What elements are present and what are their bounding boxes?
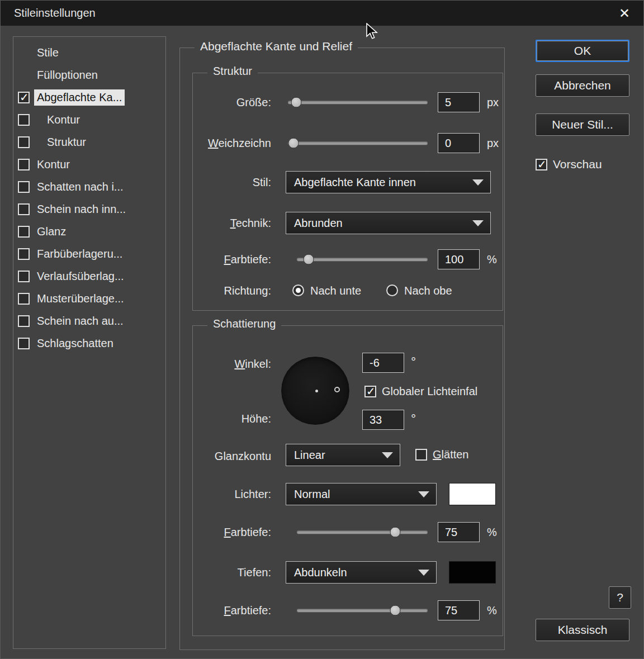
styles-list: Stile Fülloptionen Abgeflachte Ka... Kon… bbox=[13, 36, 166, 649]
schattierung-group: Schattierung Winkel: -6 ° Globaler Licht… bbox=[192, 325, 503, 636]
size-label: Größe: bbox=[193, 92, 271, 112]
ok-button[interactable]: OK bbox=[536, 40, 629, 62]
panel-title: Abgeflachte Kante und Relief bbox=[195, 40, 358, 53]
sidebar-item-label: Stile bbox=[34, 45, 61, 61]
sidebar-item-stile[interactable]: Stile bbox=[18, 41, 162, 64]
size-slider-track bbox=[288, 101, 428, 104]
shadow-opacity-slider-handle[interactable] bbox=[390, 605, 400, 616]
shadow-opacity-slider[interactable] bbox=[297, 600, 428, 620]
sidebar-item-kontur[interactable]: Kontur bbox=[18, 153, 162, 176]
shadow-opacity-unit: % bbox=[487, 600, 497, 620]
help-button[interactable]: ? bbox=[609, 586, 631, 609]
global-light-checkbox[interactable] bbox=[364, 386, 376, 397]
technique-dropdown[interactable]: Abrunden bbox=[286, 212, 491, 234]
altitude-input[interactable]: 33 bbox=[362, 410, 404, 430]
schatten-nach-innen-checkbox[interactable] bbox=[18, 181, 30, 193]
sidebar-item-struktur-bevel[interactable]: Struktur bbox=[18, 131, 162, 153]
highlight-opacity-slider-track bbox=[297, 530, 428, 534]
kontur-checkbox[interactable] bbox=[18, 159, 30, 170]
anti-alias-row[interactable]: Glätten bbox=[415, 448, 469, 461]
chevron-down-icon bbox=[472, 220, 484, 226]
sidebar-item-schein-nach-innen[interactable]: Schein nach inn... bbox=[18, 198, 162, 220]
soften-input[interactable]: 0 bbox=[438, 133, 480, 153]
schein-nach-aussen-checkbox[interactable] bbox=[18, 315, 30, 327]
sidebar-item-farbueberlagerung[interactable]: Farbüberlageru... bbox=[18, 243, 162, 265]
schlagschatten-checkbox[interactable] bbox=[18, 338, 30, 349]
depth-slider[interactable] bbox=[297, 249, 428, 269]
chevron-down-icon bbox=[472, 179, 484, 186]
highlight-opacity-unit: % bbox=[487, 522, 497, 542]
soften-slider-track bbox=[288, 141, 428, 145]
schein-nach-innen-checkbox[interactable] bbox=[18, 203, 30, 215]
depth-slider-track bbox=[297, 258, 428, 261]
highlight-mode-dropdown[interactable]: Normal bbox=[286, 483, 437, 505]
anti-alias-checkbox[interactable] bbox=[415, 449, 427, 461]
abgeflachte-kante-checkbox[interactable] bbox=[18, 92, 30, 103]
global-light-label: Globaler Lichteinfal bbox=[382, 385, 477, 398]
struktur-bevel-checkbox[interactable] bbox=[18, 136, 30, 148]
close-icon[interactable]: ✕ bbox=[615, 4, 633, 22]
technique-label: Technik: bbox=[193, 212, 271, 234]
verlaufsueberlagerung-checkbox[interactable] bbox=[18, 271, 30, 282]
farbueberlagerung-checkbox[interactable] bbox=[18, 248, 30, 260]
depth-slider-handle[interactable] bbox=[304, 254, 314, 265]
angle-dial-handle[interactable] bbox=[334, 387, 340, 392]
direction-down-radio[interactable] bbox=[292, 285, 304, 296]
sidebar-item-schein-nach-aussen[interactable]: Schein nach au... bbox=[18, 310, 162, 332]
direction-up-label: Nach obe bbox=[404, 281, 452, 301]
glanz-checkbox[interactable] bbox=[18, 226, 30, 238]
sidebar-item-label: Schatten nach i... bbox=[34, 179, 126, 195]
depth-input[interactable]: 100 bbox=[438, 249, 480, 269]
shadow-opacity-input[interactable]: 75 bbox=[438, 600, 480, 620]
shadow-mode-dropdown[interactable]: Abdunkeln bbox=[286, 561, 437, 584]
chevron-down-icon bbox=[418, 491, 429, 497]
cancel-button[interactable]: Abbrechen bbox=[536, 74, 629, 97]
highlight-opacity-label: Farbtiefe: bbox=[193, 522, 271, 542]
gloss-contour-dropdown[interactable]: Linear bbox=[286, 444, 400, 466]
size-input[interactable]: 5 bbox=[438, 92, 480, 112]
sidebar-item-glanz[interactable]: Glanz bbox=[18, 220, 162, 243]
soften-unit: px bbox=[487, 133, 499, 153]
highlight-opacity-input[interactable]: 75 bbox=[438, 522, 480, 542]
direction-down-label: Nach unte bbox=[310, 281, 361, 301]
musterueberlagerung-checkbox[interactable] bbox=[18, 293, 30, 305]
angle-input[interactable]: -6 bbox=[362, 353, 404, 373]
schattierung-group-title: Schattierung bbox=[207, 317, 281, 330]
global-light-row[interactable]: Globaler Lichteinfal bbox=[364, 385, 477, 398]
sidebar-item-schlagschatten[interactable]: Schlagschatten bbox=[18, 332, 162, 354]
struktur-group: Struktur Größe: 5 px Weichzeichn 0 px St… bbox=[192, 73, 503, 311]
sidebar-item-fuelloptionen[interactable]: Fülloptionen bbox=[18, 64, 162, 86]
style-label: Stil: bbox=[193, 171, 271, 193]
direction-label: Richtung: bbox=[193, 281, 271, 301]
highlight-opacity-slider[interactable] bbox=[297, 522, 428, 542]
kontur-bevel-checkbox[interactable] bbox=[18, 114, 30, 126]
new-style-button[interactable]: Neuer Stil... bbox=[536, 113, 629, 136]
soften-slider-handle[interactable] bbox=[288, 138, 299, 149]
highlight-mode-label: Lichter: bbox=[193, 483, 271, 505]
sidebar-item-kontur-bevel[interactable]: Kontur bbox=[18, 108, 162, 131]
sidebar-item-verlaufsueberlagerung[interactable]: Verlaufsüberlag... bbox=[18, 265, 162, 287]
shadow-mode-dropdown-value: Abdunkeln bbox=[294, 566, 347, 579]
shadow-mode-label: Tiefen: bbox=[193, 561, 271, 584]
sidebar-item-label: Struktur bbox=[44, 134, 89, 150]
sidebar-item-schatten-nach-innen[interactable]: Schatten nach i... bbox=[18, 176, 162, 198]
sidebar-item-abgeflachte-kante[interactable]: Abgeflachte Ka... bbox=[18, 86, 162, 108]
sidebar-item-label: Farbüberlageru... bbox=[34, 246, 125, 262]
style-dropdown[interactable]: Abgeflachte Kante innen bbox=[286, 171, 491, 193]
soften-slider[interactable] bbox=[288, 133, 428, 153]
angle-dial[interactable] bbox=[281, 356, 350, 425]
preview-checkbox[interactable] bbox=[536, 159, 547, 170]
sidebar-item-label: Schein nach inn... bbox=[34, 201, 129, 217]
highlight-color-swatch[interactable] bbox=[449, 483, 496, 505]
highlight-opacity-slider-handle[interactable] bbox=[390, 527, 400, 538]
highlight-mode-dropdown-value: Normal bbox=[294, 488, 330, 501]
classic-button[interactable]: Klassisch bbox=[536, 619, 629, 641]
bevel-emboss-panel: Abgeflachte Kante und Relief Struktur Gr… bbox=[179, 48, 505, 650]
direction-up-radio[interactable] bbox=[386, 285, 398, 296]
sidebar-item-musterueberlagerung[interactable]: Musterüberlage... bbox=[18, 287, 162, 310]
size-slider-handle[interactable] bbox=[291, 97, 302, 108]
preview-row[interactable]: Vorschau bbox=[536, 158, 602, 171]
size-slider[interactable] bbox=[288, 92, 428, 112]
soften-label: Weichzeichn bbox=[193, 133, 271, 153]
shadow-color-swatch[interactable] bbox=[449, 561, 496, 584]
